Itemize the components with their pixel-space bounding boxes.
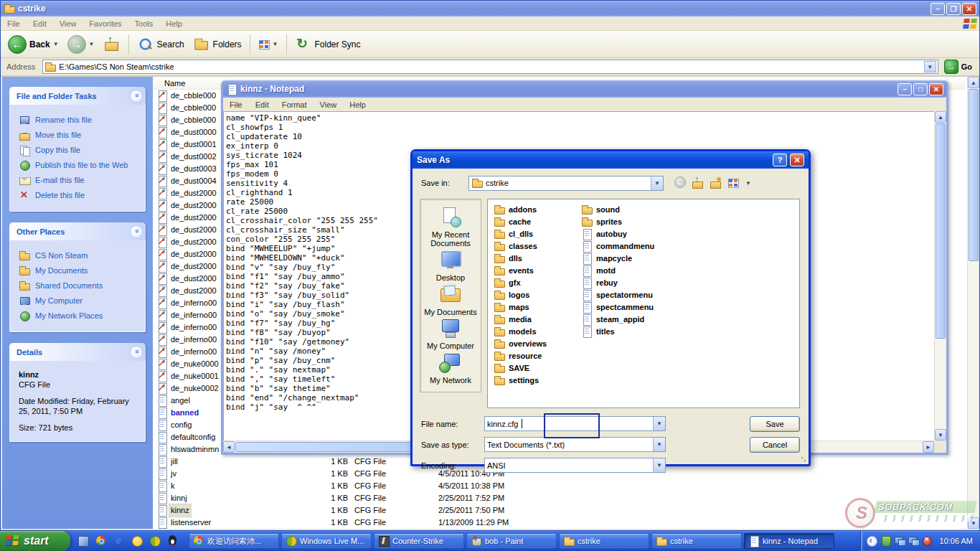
file-row[interactable]: kinnz1 KBCFG File2/25/2011 7:50 PM [153, 504, 966, 517]
file-row[interactable]: k1 KBCFG File4/5/2011 10:38 PM [153, 480, 966, 492]
scroll-up-icon[interactable]: ▲ [968, 77, 979, 88]
folder-sync-button[interactable]: Folder Sync [292, 34, 364, 55]
dialog-folder-item[interactable]: gfx [494, 276, 547, 288]
combo-dropdown-icon[interactable]: ▼ [653, 438, 665, 451]
collapse-chevron-icon[interactable]: « [130, 225, 143, 238]
tasks-panel-header[interactable]: File and Folder Tasks « [9, 87, 146, 105]
file-name-input[interactable]: kinnz.cfg ▼ [484, 416, 666, 431]
back-button[interactable]: ← Back ▼ [5, 34, 62, 55]
dialog-file-item[interactable]: mapcycle [581, 252, 654, 264]
menu-help[interactable]: Help [159, 17, 189, 30]
dialog-file-item[interactable]: commandmenu [581, 240, 654, 252]
dialog-folder-item[interactable]: cl_dlls [494, 227, 547, 240]
dialog-folder-item[interactable]: media [494, 313, 547, 325]
sidebar-item-publish-this-file-to-the-web[interactable]: Publish this file to the Web [19, 157, 142, 172]
encoding-combobox[interactable]: ANSI ▼ [484, 458, 666, 473]
minimize-button[interactable]: – [897, 83, 912, 95]
menu-view[interactable]: View [53, 17, 83, 30]
forward-button[interactable]: → ▼ [65, 34, 98, 55]
help-button[interactable]: ? [773, 154, 787, 166]
notepad-titlebar[interactable]: kinnz - Notepad – □ ✕ [223, 80, 946, 98]
dialog-folder-item[interactable]: overviews [494, 337, 547, 349]
scrollbar-thumb[interactable] [969, 89, 979, 261]
forward-dropdown-icon[interactable]: ▼ [89, 41, 95, 47]
scroll-down-icon[interactable]: ▼ [968, 517, 979, 529]
tray-shield-icon[interactable] [880, 535, 892, 547]
views-button[interactable]: ▼ [255, 37, 281, 52]
dialog-folder-item[interactable]: addons [494, 203, 547, 215]
quicklaunch-msn-icon[interactable] [149, 535, 161, 547]
close-button[interactable]: ✕ [962, 3, 976, 15]
places-bar-item-desktop[interactable]: Desktop [422, 250, 479, 282]
tray-chevron-icon[interactable] [867, 535, 878, 547]
dialog-folder-item[interactable]: logos [494, 288, 547, 301]
places-bar-item-my-documents[interactable]: My Documents [422, 284, 479, 316]
taskbar-button-bob-paint[interactable]: bob - Paint [466, 533, 557, 549]
explorer-vertical-scrollbar[interactable]: ▲ ▼ [967, 77, 979, 529]
sidebar-item-move-this-file[interactable]: Move this file [19, 127, 142, 142]
folders-button[interactable]: Folders [190, 34, 245, 55]
dialog-folder-item[interactable]: settings [494, 374, 547, 386]
places-bar-item-my-network[interactable]: My Network [422, 352, 479, 385]
save-in-combobox[interactable]: cstrike ▼ [468, 176, 664, 191]
start-button[interactable]: start [0, 531, 70, 551]
dialog-file-browser[interactable]: addonscachecl_dllsclassesdllseventsgfxlo… [487, 199, 800, 408]
file-row[interactable]: listenserver1 KBCFG File1/13/2009 11:29 … [153, 517, 966, 529]
tray-alert-icon[interactable] [921, 535, 933, 547]
dialog-file-item[interactable]: titles [581, 325, 654, 337]
taskbar-button-cstrike[interactable]: cstrike [651, 533, 742, 549]
dialog-folder-item[interactable]: sound [581, 203, 654, 215]
quicklaunch-smiley-icon[interactable] [131, 535, 143, 547]
dialog-folder-item[interactable]: SAVE [494, 362, 547, 374]
dialog-folder-item[interactable]: sprites [581, 215, 654, 227]
quicklaunch-wmp-icon[interactable] [77, 535, 89, 547]
dialog-folder-item[interactable]: events [494, 264, 547, 276]
menu-format[interactable]: Format [275, 98, 314, 111]
taskbar-button-kinnz-notepad[interactable]: kinnz - Notepad [744, 533, 834, 549]
taskbar-button-[interactable]: 欢迎访问索沛... [189, 533, 279, 549]
back-dropdown-icon[interactable]: ▼ [53, 41, 59, 47]
tray-net-icon[interactable] [894, 535, 905, 547]
minimize-button[interactable]: – [930, 3, 945, 15]
maximize-button[interactable]: □ [913, 83, 928, 95]
sidebar-item-delete-this-file[interactable]: Delete this file [19, 187, 142, 202]
menu-file[interactable]: File [223, 98, 249, 111]
sidebar-item-copy-this-file[interactable]: Copy this file [19, 142, 142, 157]
places-bar-item-my-computer[interactable]: My Computer [422, 318, 479, 350]
go-button[interactable]: → Go [941, 60, 978, 74]
menu-edit[interactable]: Edit [27, 17, 53, 30]
dialog-titlebar[interactable]: Save As ? ✕ [413, 151, 809, 169]
tray-clock[interactable]: 10:06 AM [940, 537, 973, 545]
quicklaunch-qq-icon[interactable] [167, 535, 179, 547]
dialog-folder-item[interactable]: maps [494, 301, 547, 313]
scrollbar-thumb[interactable] [936, 123, 946, 339]
address-input[interactable]: E:\Games\CS Non Steam\cstrike ▼ [42, 60, 938, 74]
sidebar-item-cs-non-steam[interactable]: CS Non Steam [19, 248, 142, 263]
dialog-folder-item[interactable]: cache [494, 215, 547, 227]
up-button[interactable] [100, 34, 123, 55]
sidebar-item-my-network-places[interactable]: My Network Places [19, 308, 142, 323]
dialog-file-item[interactable]: spectatormenu [581, 288, 654, 301]
resize-grip[interactable] [798, 453, 807, 463]
menu-tools[interactable]: Tools [128, 17, 160, 30]
scroll-down-icon[interactable]: ▼ [935, 429, 946, 441]
sidebar-item-my-documents[interactable]: My Documents [19, 263, 142, 278]
save-as-type-combobox[interactable]: Text Documents (*.txt) ▼ [484, 437, 666, 452]
close-button[interactable]: ✕ [929, 83, 943, 95]
view-menu-dropdown-icon[interactable]: ▼ [745, 180, 751, 187]
address-dropdown-icon[interactable]: ▼ [924, 61, 936, 72]
up-one-level-icon[interactable] [692, 177, 703, 189]
view-menu-icon[interactable] [727, 177, 739, 189]
quicklaunch-ie-icon[interactable] [113, 535, 125, 547]
combo-dropdown-icon[interactable]: ▼ [651, 176, 663, 190]
sidebar-item-my-computer[interactable]: My Computer [19, 293, 142, 308]
tray-net-icon[interactable] [908, 535, 919, 547]
collapse-chevron-icon[interactable]: « [130, 346, 143, 359]
menu-favorites[interactable]: Favorites [83, 17, 128, 30]
taskbar-button-windows-live-m[interactable]: Windows Live M... [281, 533, 372, 549]
menu-edit[interactable]: Edit [249, 98, 275, 111]
taskbar-button-cstrike[interactable]: cstrike [559, 533, 649, 549]
sidebar-item-e-mail-this-file[interactable]: E-mail this file [19, 172, 142, 187]
back-icon[interactable] [674, 177, 685, 189]
notepad-vertical-scrollbar[interactable]: ▲ ▼ [934, 111, 946, 441]
